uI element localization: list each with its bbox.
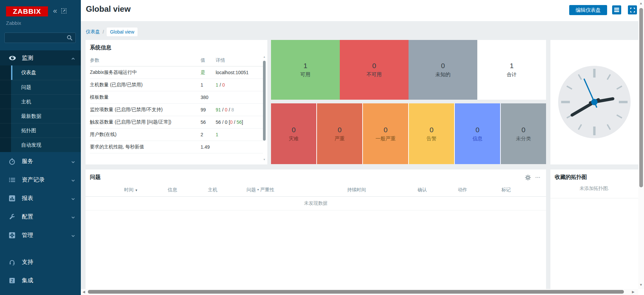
column-header-ack[interactable]: 确认 — [418, 184, 458, 197]
problems-table: 时间▼ 信息 主机 问题 • 严重性 持续时间 确认 动作 标记 未发现数据 — [86, 184, 546, 210]
sidebar-item-monitoring[interactable]: 监测 — [0, 50, 81, 65]
fullscreen-button[interactable] — [628, 5, 637, 14]
sidebar-item-administration[interactable]: 管理 — [0, 226, 81, 244]
chevron-down-icon — [71, 232, 75, 239]
chevron-down-icon — [71, 195, 75, 202]
scroll-up-icon[interactable]: ▲ — [639, 1, 643, 5]
sidebar-subitem-maps[interactable]: 拓扑图 — [0, 123, 81, 138]
column-header-host[interactable]: 主机 — [208, 184, 247, 197]
sidebar-item-integrations[interactable]: Z 集成 — [0, 271, 81, 290]
table-row: 触发器数量 (已启用/已禁用 [问题/正常]) 56 56 / 0 [0 / 5… — [90, 116, 263, 129]
search-input[interactable] — [7, 34, 64, 42]
scrollbar-thumb[interactable] — [639, 8, 643, 187]
horizontal-scrollbar[interactable]: ◀ ▶ — [81, 289, 638, 295]
scroll-down-icon[interactable]: ▼ — [262, 158, 266, 161]
page-title: Global view — [86, 4, 130, 14]
breadcrumb-dashboards-link[interactable]: 仪表盘 — [86, 29, 100, 35]
availability-cell-unknown: 0 未知的 — [409, 40, 477, 100]
sidebar-item-label: 监测 — [22, 54, 33, 62]
scrollbar-thumb[interactable] — [88, 290, 624, 294]
problems-severity-widget: 0 灾难 0 严重 0 一般严重 0 告警 0 信息 0 未分类 — [271, 103, 546, 164]
headset-icon — [9, 259, 17, 265]
stopwatch-icon — [9, 158, 17, 165]
server-name: Zabbix — [6, 20, 21, 26]
page-header: Global view 编辑仪表盘 — [81, 0, 638, 21]
scroll-right-icon[interactable]: ▶ — [632, 290, 635, 294]
chevron-down-icon — [71, 213, 75, 220]
table-row: Zabbix服务器端运行中 是 localhost:10051 — [90, 66, 263, 79]
zabbix-logo[interactable]: ZABBIX — [6, 6, 48, 16]
hide-sidebar-icon[interactable] — [61, 8, 67, 14]
table-row: 用户数(在线) 2 1 — [90, 129, 263, 141]
sidebar-subitem-hosts[interactable]: 主机 — [0, 94, 81, 109]
sidebar-menu: 监测 仪表盘 问题 主机 最新数据 拓扑图 自动发现 — [0, 50, 81, 244]
sidebar-item-reports[interactable]: 报表 — [0, 189, 81, 207]
sort-desc-icon: ▼ — [135, 189, 138, 192]
sidebar-item-help[interactable]: ? 帮助 — [0, 290, 81, 295]
dashboard-menu-button[interactable] — [612, 5, 621, 14]
analog-clock — [557, 65, 631, 139]
sidebar-subitem-latest-data[interactable]: 最新数据 — [0, 109, 81, 123]
gear-square-icon — [9, 232, 17, 239]
eye-icon — [9, 55, 17, 61]
favourite-maps-widget: 收藏的拓扑图 未添加拓扑图. — [550, 169, 638, 289]
severity-cell-average: 0 一般严重 — [363, 103, 408, 164]
breadcrumb-current-link[interactable]: Global view — [110, 29, 134, 35]
hamburger-icon — [614, 7, 619, 13]
scroll-down-icon[interactable]: ▼ — [639, 283, 643, 287]
vertical-scrollbar[interactable]: ▲ ▼ — [638, 0, 644, 289]
system-info-widget: 系统信息 参数 值 详情 Zabbix服务器端运行中 是 localhost:1… — [86, 40, 267, 164]
clock-widget — [550, 40, 638, 164]
host-availability-widget: 1 可用 0 不可用 0 未知的 1 合计 — [271, 40, 546, 100]
availability-cell-unavailable: 0 不可用 — [340, 40, 409, 100]
table-row: 要求的主机性能, 每秒新值 1.49 — [90, 141, 263, 153]
divider — [550, 198, 638, 198]
fullscreen-icon — [630, 7, 635, 13]
scroll-left-icon[interactable]: ◀ — [83, 290, 85, 294]
sidebar-subitem-discovery[interactable]: 自动发现 — [0, 138, 81, 152]
severity-cell-information: 0 信息 — [455, 103, 500, 164]
system-info-table: 参数 值 详情 Zabbix服务器端运行中 是 localhost:10051 … — [90, 55, 263, 153]
edit-dashboard-button[interactable]: 编辑仪表盘 — [569, 5, 607, 15]
severity-cell-high: 0 严重 — [317, 103, 362, 164]
widget-scrollbar[interactable]: ▲ ▼ — [262, 55, 266, 161]
sidebar-subitem-problems[interactable]: 问题 — [0, 80, 81, 94]
sidebar-item-support[interactable]: 支持 — [0, 253, 81, 271]
severity-cell-disaster: 0 灾难 — [271, 103, 316, 164]
widget-more-icon[interactable]: ••• — [536, 176, 541, 179]
widget-title: 问题 — [90, 174, 101, 181]
column-header-info[interactable]: 信息 — [168, 184, 208, 197]
collapse-sidebar-icon[interactable]: « — [53, 7, 57, 15]
chevron-up-icon — [71, 55, 75, 61]
list-icon — [9, 177, 17, 183]
scrollbar-thumb[interactable] — [263, 61, 266, 141]
svg-text:Z: Z — [11, 278, 13, 283]
monitoring-submenu: 仪表盘 问题 主机 最新数据 拓扑图 自动发现 — [0, 65, 81, 152]
column-header-duration[interactable]: 持续时间 — [347, 184, 418, 197]
table-row: 主机数量 (已启用/已禁用) 1 1 / 0 — [90, 79, 263, 91]
column-header-tags[interactable]: 标记 — [501, 184, 546, 197]
empty-row: 未发现数据 — [86, 197, 546, 210]
column-header-severity[interactable]: 问题 • 严重性 — [247, 184, 347, 197]
availability-cell-total: 1 合计 — [477, 40, 546, 100]
sidebar-footer: 支持 Z 集成 ? 帮助 — [0, 253, 81, 295]
bar-chart-icon — [9, 195, 17, 202]
problems-widget: 问题 ••• — [86, 169, 546, 289]
sidebar-item-configuration[interactable]: 配置 — [0, 207, 81, 226]
widget-gear-icon[interactable] — [525, 175, 531, 181]
widget-title: 收藏的拓扑图 — [555, 174, 587, 181]
search-icon[interactable] — [67, 35, 73, 41]
scroll-up-icon[interactable]: ▲ — [262, 55, 266, 58]
breadcrumb: 仪表盘 / Global view — [86, 28, 138, 36]
chevron-down-icon — [71, 177, 75, 183]
severity-cell-not-classified: 0 未分类 — [501, 103, 546, 164]
sidebar-item-services[interactable]: 服务 — [0, 152, 81, 170]
sidebar-item-inventory[interactable]: 资产记录 — [0, 170, 81, 189]
sidebar: ZABBIX « Zabbix 监测 仪表盘 — [0, 0, 81, 295]
widget-title: 系统信息 — [90, 44, 111, 51]
no-maps-text: 未添加拓扑图. — [550, 186, 638, 192]
column-header-time[interactable]: 时间▼ — [86, 184, 168, 197]
column-header-actions[interactable]: 动作 — [458, 184, 501, 197]
no-data-text: 未发现数据 — [86, 197, 546, 210]
sidebar-subitem-dashboard[interactable]: 仪表盘 — [0, 65, 81, 80]
